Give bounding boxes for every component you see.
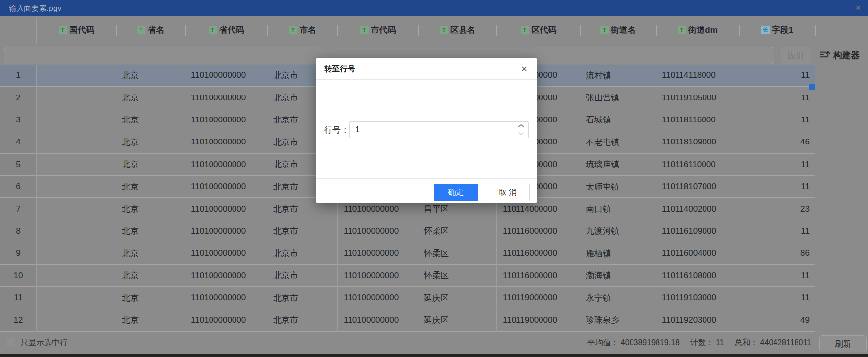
- data-cell[interactable]: 110100000000: [185, 176, 267, 198]
- row-number-cell[interactable]: 6: [0, 176, 37, 198]
- data-cell[interactable]: 110119000000: [497, 287, 580, 309]
- data-cell[interactable]: 110100000000: [185, 154, 267, 176]
- data-cell[interactable]: 110100000000: [185, 109, 267, 131]
- data-cell[interactable]: 110100000000: [185, 309, 267, 331]
- data-cell[interactable]: 北京市: [267, 220, 338, 242]
- column-header-省代码[interactable]: T省代码: [185, 16, 267, 44]
- data-cell[interactable]: 110114002000: [656, 198, 739, 220]
- column-header-区县名[interactable]: T区县名: [418, 16, 497, 44]
- data-cell[interactable]: [37, 131, 116, 153]
- data-cell[interactable]: 110100000000: [185, 287, 267, 309]
- data-cell[interactable]: 11: [739, 87, 815, 109]
- table-row-10[interactable]: 10北京110100000000北京市110100000000怀柔区110116…: [0, 265, 815, 287]
- refresh-button[interactable]: 刷新: [819, 335, 867, 352]
- data-cell[interactable]: 北京市: [267, 242, 338, 264]
- data-cell[interactable]: [37, 154, 116, 176]
- data-cell[interactable]: 北京: [116, 265, 185, 287]
- data-cell[interactable]: 北京市: [267, 265, 338, 287]
- data-cell[interactable]: [37, 198, 116, 220]
- data-cell[interactable]: 北京: [116, 242, 185, 264]
- row-number-cell[interactable]: 3: [0, 109, 37, 131]
- data-cell[interactable]: 110116108000: [656, 265, 739, 287]
- number-stepper[interactable]: [517, 124, 524, 136]
- data-cell[interactable]: 110100000000: [338, 287, 418, 309]
- column-header-国代码[interactable]: T国代码: [37, 16, 116, 44]
- filter-builder-button[interactable]: 构建器: [820, 47, 860, 64]
- data-cell[interactable]: 雁栖镇: [580, 242, 656, 264]
- data-cell[interactable]: 110116004000: [656, 242, 739, 264]
- data-cell[interactable]: 110100000000: [185, 265, 267, 287]
- selection-fill-handle[interactable]: [809, 84, 815, 90]
- data-cell[interactable]: 110116110000: [656, 154, 739, 176]
- data-cell[interactable]: 张山营镇: [580, 87, 656, 109]
- row-number-cell[interactable]: 10: [0, 265, 37, 287]
- data-cell[interactable]: 11: [739, 109, 815, 131]
- data-cell[interactable]: 110114118000: [656, 65, 739, 87]
- table-row-11[interactable]: 11北京110100000000北京市110100000000延庆区110119…: [0, 287, 815, 309]
- data-cell[interactable]: 110119203000: [656, 309, 739, 331]
- data-cell[interactable]: 110116000000: [497, 220, 580, 242]
- data-cell[interactable]: 110100000000: [185, 220, 267, 242]
- table-row-12[interactable]: 12北京110100000000北京市110100000000延庆区110119…: [0, 309, 815, 331]
- column-header-街道名[interactable]: T街道名: [580, 16, 656, 44]
- window-close-icon[interactable]: ✕: [853, 0, 863, 16]
- column-header-区代码[interactable]: T区代码: [497, 16, 580, 44]
- data-cell[interactable]: 49: [739, 309, 815, 331]
- data-cell[interactable]: 86: [739, 242, 815, 264]
- table-row-8[interactable]: 8北京110100000000北京市110100000000怀柔区1101160…: [0, 220, 815, 242]
- data-cell[interactable]: 北京: [116, 176, 185, 198]
- row-number-cell[interactable]: 1: [0, 65, 37, 87]
- data-cell[interactable]: 110118116000: [656, 109, 739, 131]
- data-cell[interactable]: 北京市: [267, 287, 338, 309]
- data-cell[interactable]: 渤海镇: [580, 265, 656, 287]
- data-cell[interactable]: 110100000000: [185, 242, 267, 264]
- data-cell[interactable]: 北京市: [267, 309, 338, 331]
- data-cell[interactable]: 110118109000: [656, 131, 739, 153]
- data-cell[interactable]: 11: [739, 154, 815, 176]
- data-cell[interactable]: 南口镇: [580, 198, 656, 220]
- data-cell[interactable]: 46: [739, 131, 815, 153]
- data-cell[interactable]: 110116109000: [656, 220, 739, 242]
- row-number-cell[interactable]: 11: [0, 287, 37, 309]
- data-cell[interactable]: 永宁镇: [580, 287, 656, 309]
- data-cell[interactable]: [37, 265, 116, 287]
- data-cell[interactable]: 北京: [116, 220, 185, 242]
- row-number-cell[interactable]: 9: [0, 242, 37, 264]
- row-number-cell[interactable]: 7: [0, 198, 37, 220]
- data-cell[interactable]: 北京: [116, 109, 185, 131]
- data-cell[interactable]: 110100000000: [185, 131, 267, 153]
- data-cell[interactable]: [37, 176, 116, 198]
- data-cell[interactable]: 110100000000: [338, 309, 418, 331]
- row-number-input[interactable]: [350, 122, 517, 138]
- row-number-cell[interactable]: 4: [0, 131, 37, 153]
- data-cell[interactable]: 北京: [116, 309, 185, 331]
- data-cell[interactable]: 110119000000: [497, 309, 580, 331]
- row-number-cell[interactable]: 5: [0, 154, 37, 176]
- column-header-市代码[interactable]: T市代码: [338, 16, 418, 44]
- data-cell[interactable]: 北京: [116, 287, 185, 309]
- data-cell[interactable]: 九渡河镇: [580, 220, 656, 242]
- data-cell[interactable]: 110100000000: [185, 65, 267, 87]
- row-number-cell[interactable]: 12: [0, 309, 37, 331]
- data-cell[interactable]: 23: [739, 198, 815, 220]
- apply-filter-button[interactable]: 应用: [781, 47, 810, 64]
- data-cell[interactable]: 延庆区: [418, 309, 497, 331]
- row-number-cell[interactable]: 2: [0, 87, 37, 109]
- data-cell[interactable]: 11: [739, 176, 815, 198]
- data-cell[interactable]: 11: [739, 287, 815, 309]
- column-header-字段1[interactable]: 长字段1: [739, 16, 815, 44]
- data-cell[interactable]: 11: [739, 65, 815, 87]
- data-cell[interactable]: 怀柔区: [418, 220, 497, 242]
- data-cell[interactable]: 石城镇: [580, 109, 656, 131]
- data-cell[interactable]: [37, 87, 116, 109]
- ok-button[interactable]: 确定: [434, 184, 478, 201]
- data-cell[interactable]: 珍珠泉乡: [580, 309, 656, 331]
- dialog-close-icon[interactable]: ✕: [518, 58, 531, 80]
- data-cell[interactable]: 怀柔区: [418, 265, 497, 287]
- data-cell[interactable]: 11: [739, 265, 815, 287]
- table-row-9[interactable]: 9北京110100000000北京市110100000000怀柔区1101160…: [0, 242, 815, 264]
- data-cell[interactable]: 太师屯镇: [580, 176, 656, 198]
- data-cell[interactable]: 110100000000: [338, 220, 418, 242]
- data-cell[interactable]: 北京: [116, 87, 185, 109]
- data-cell[interactable]: 北京: [116, 198, 185, 220]
